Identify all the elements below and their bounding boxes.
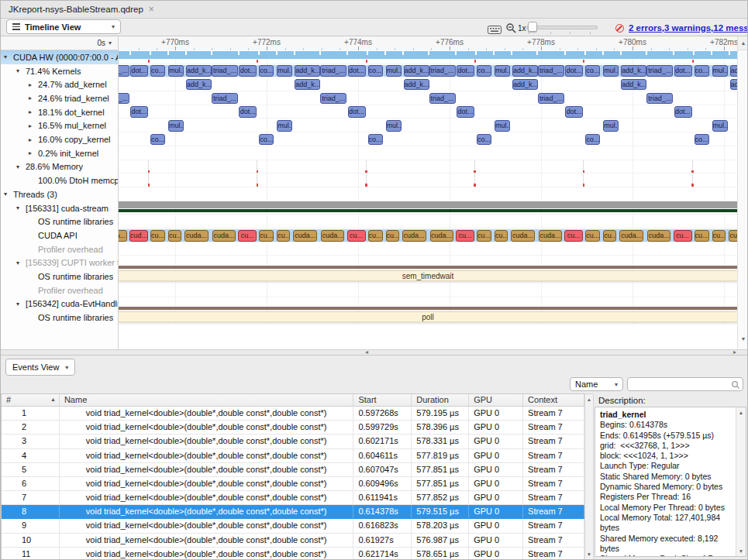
tree-expand-icon[interactable]: ▸ [29,149,38,156]
cuda-api-call-block[interactable]: cuda... [619,230,643,242]
kernel-block-triad_kernel[interactable]: triad_... [646,65,673,77]
kernel-block-mul_kernel[interactable]: mul... [277,65,292,77]
sidebar-item-copy-kernel[interactable]: ▸16.0% copy_kernel [1,132,118,146]
cuda-api-call-block[interactable]: cu... [603,230,616,242]
column-header-duration[interactable]: Duration [412,394,469,406]
memcpy-tick[interactable] [257,60,258,63]
zoom-out-icon[interactable] [506,22,516,36]
report-tab[interactable]: JKreport-nsys-BableStream.qdrep × [1,1,162,18]
sidebar-item-triad-kernel[interactable]: ▸24.6% triad_kernel [1,91,118,105]
events-table-header[interactable]: #▲NameStartDurationGPUContext [2,394,584,407]
kernel-block-dot_kernel[interactable]: dot... [457,106,474,118]
event-row[interactable]: 8void triad_kernel<double>(double*,doubl… [2,505,584,519]
sidebar-item-threads[interactable]: ▾Threads (3) [1,187,118,201]
kernel-block-copy_kernel[interactable]: co... [585,134,600,146]
tree-expand-icon[interactable]: ▸ [29,81,38,88]
cuda-api-call-block[interactable]: cu... [585,230,600,242]
kernel-block-copy_kernel[interactable]: co... [695,65,709,77]
kernel-block-copy_kernel[interactable]: co... [150,134,165,146]
kernel-block-copy_kernel[interactable]: co... [150,65,165,77]
kernel-block-dot_kernel[interactable]: dot... [130,106,148,118]
memcpy-tick[interactable] [148,170,150,173]
cuda-api-call-block[interactable]: cu... [477,230,491,242]
tree-collapse-icon[interactable]: ▾ [16,67,26,74]
kernel-block-dot_kernel[interactable]: dot... [565,65,583,77]
kernel-block-add_kernel[interactable]: add_k... [730,79,738,91]
tree-expand-icon[interactable]: ▸ [29,108,38,115]
sidebar-item-add-kernel[interactable]: ▸24.7% add_kernel [1,77,118,91]
kernel-block-copy_kernel[interactable]: co... [259,65,274,77]
scroll-down-icon[interactable]: ▼ [738,336,748,342]
tree-expand-icon[interactable]: ▸ [29,94,38,101]
events-view-selector[interactable]: Events View ▾ [5,359,75,376]
kernel-block-add_kernel[interactable]: add_k... [295,65,320,77]
scroll-right-icon[interactable]: ▸ [733,349,736,356]
cuda-api-call-block[interactable]: cuda... [402,230,426,242]
scroll-up-button[interactable]: ▲ [737,36,748,50]
kernel-block-mul_kernel[interactable]: mul... [712,65,728,77]
event-row[interactable]: 10void triad_kernel<double>(double*,doub… [2,534,584,548]
sidebar-item-memory[interactable]: ▾28.6% Memory [1,160,118,174]
cuda-api-call-block[interactable]: cuda... [539,230,562,242]
column-header-name[interactable]: Name [60,394,353,406]
event-row[interactable]: 7void triad_kernel<double>(double*,doubl… [2,491,584,505]
cuda-api-call-block[interactable]: cu... [259,230,274,242]
kernel-block-triad_kernel[interactable]: triad_... [429,93,456,105]
sidebar-item-profiler-overhead-2[interactable]: Profiler overhead [1,283,118,297]
kernel-block-triad_kernel[interactable]: triad_... [212,65,238,77]
memcpy-tick[interactable] [474,60,476,63]
memcpy-tick[interactable] [691,170,694,173]
cuda-api-call-block[interactable]: cuda... [511,230,535,242]
tree-collapse-icon[interactable]: ▾ [16,204,26,211]
memcpy-tick[interactable] [148,184,150,187]
kernel-block-dot_kernel[interactable]: dot... [674,106,692,118]
kernel-block-copy_kernel[interactable]: co... [368,65,383,77]
cuda-sync-block[interactable]: cu... [347,230,366,242]
cuda-api-call-block[interactable]: cu... [150,230,165,242]
kernel-block-triad_kernel[interactable]: triad_... [320,65,346,77]
cuda-api-call-block[interactable]: cu... [695,230,709,242]
memcpy-tick[interactable] [257,184,259,187]
sidebar-item-init-kernel[interactable]: ▸0.2% init_kernel [1,146,118,160]
sidebar-item-os-runtime-1[interactable]: OS runtime libraries [1,215,118,228]
cuda-sync-block[interactable]: cud... [129,230,148,242]
kernel-block-add_kernel[interactable]: add_k... [512,79,538,91]
kernel-block-triad_kernel[interactable]: triad_... [119,93,129,105]
sidebar-item-dot-kernel[interactable]: ▸18.1% dot_kernel [1,105,118,119]
sidebar-item-cuda-hw[interactable]: ▾CUDA HW (0000:07:00.0 - A10 [1,50,118,64]
memcpy-tick[interactable] [691,184,694,187]
column-header-context[interactable]: Context [523,394,584,406]
cuda-api-call-block[interactable]: cuda... [212,230,236,242]
scroll-down-icon[interactable]: ▼ [736,548,746,554]
sidebar-item-thread-cuda-stream[interactable]: ▾[156331] cuda-stream [1,201,118,215]
cuda-sync-block[interactable]: cu... [564,230,583,242]
cuda-api-call-block[interactable]: cuda... [647,230,670,242]
memcpy-tick[interactable] [148,60,150,63]
memcpy-tick[interactable] [692,60,694,63]
kernel-block-triad_kernel[interactable]: triad_... [646,93,673,105]
event-row[interactable]: 3void triad_kernel<double>(double*,doubl… [2,435,584,448]
kernel-block-copy_kernel[interactable]: co... [259,134,274,146]
kernel-block-add_kernel[interactable]: add_k... [404,65,429,77]
column-header-start[interactable]: Start [353,394,412,406]
search-box[interactable] [627,377,743,391]
event-row[interactable]: 4void triad_kernel<double>(double*,doubl… [2,449,584,463]
sidebar-item-thread-evthandlr[interactable]: ▾[156342] cuda-EvtHandlr [1,297,118,311]
kernel-block-add_kernel[interactable]: add_k... [404,79,429,91]
tab-close-icon[interactable]: × [149,5,154,13]
kernel-block-mul_kernel[interactable]: mul... [386,120,402,132]
kernel-block-dot_kernel[interactable]: dot... [130,65,148,77]
kernel-block-copy_kernel[interactable]: co... [477,65,491,77]
event-row[interactable]: 6void triad_kernel<double>(double*,doubl… [2,477,584,491]
kernel-block-add_kernel[interactable]: add_k... [730,65,738,77]
kernel-block-dot_kernel[interactable]: dot... [565,106,583,118]
kernel-block-mul_kernel[interactable]: mul... [495,120,510,132]
timeline-vertical-scrollbar[interactable]: ▼ [737,50,748,349]
scroll-up-icon[interactable]: ▲ [585,397,593,402]
kernel-block-dot_kernel[interactable]: dot... [348,65,366,77]
scroll-down-icon[interactable]: ▼ [585,551,593,557]
tree-expand-icon[interactable]: ▸ [29,136,38,143]
timeline-tracks[interactable]: dot...co...mul...add_k...triad_...dot...… [119,50,737,349]
cuda-api-call-block[interactable]: cu... [495,230,508,242]
event-row[interactable]: 9void triad_kernel<double>(double*,doubl… [2,519,584,533]
